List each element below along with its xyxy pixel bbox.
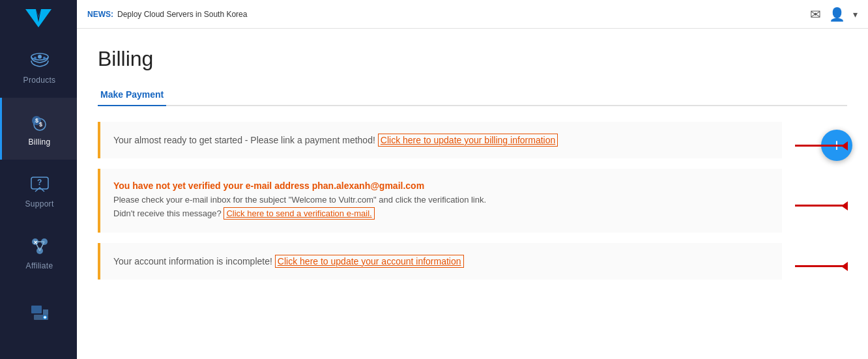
sidebar-item-affiliate-label: Affiliate — [26, 261, 53, 270]
support-icon: ? — [29, 173, 51, 195]
main-content: NEWS: Deploy Cloud Servers in South Kore… — [77, 0, 868, 359]
account-icon[interactable]: 👤 — [829, 7, 845, 22]
sidebar-item-support-label: Support — [25, 199, 53, 208]
account-alert-pre-text: Your account information is incomplete! — [113, 256, 272, 266]
payment-alert: Your almost ready to get started - Pleas… — [98, 122, 782, 158]
sidebar-item-billing-label: Billing — [28, 137, 50, 147]
sidebar-item-products[interactable]: Products — [0, 36, 77, 98]
topbar-news-text: Deploy Cloud Servers in South Korea — [117, 10, 810, 19]
chevron-down-icon[interactable]: ▾ — [853, 9, 858, 20]
payment-alert-pre-text: Your almost ready to get started - Pleas… — [113, 135, 375, 145]
svg-point-4 — [34, 57, 36, 59]
sidebar-item-bottom[interactable] — [0, 283, 77, 345]
sidebar-item-affiliate[interactable]: ✕ Affiliate — [0, 222, 77, 283]
svg-point-3 — [38, 55, 42, 59]
alerts-area: Your almost ready to get started - Pleas… — [98, 122, 847, 290]
payment-alert-content: Your almost ready to get started - Pleas… — [113, 134, 769, 147]
sidebar: Products $ $ Billing ? Support — [0, 0, 77, 359]
svg-text:✕: ✕ — [33, 240, 38, 246]
affiliate-icon: ✕ — [29, 235, 51, 257]
bottom-icon — [29, 302, 51, 324]
products-icon — [29, 50, 51, 72]
topbar-icons: ✉ 👤 ▾ — [810, 7, 858, 22]
email-alert-title: You have not yet verified your e-mail ad… — [113, 180, 769, 191]
tab-make-payment[interactable]: Make Payment — [98, 84, 166, 106]
email-alert-pre-link: Didn't receive this message? — [113, 208, 222, 218]
tabs-bar: Make Payment — [98, 84, 847, 106]
sidebar-item-support[interactable]: ? Support — [0, 160, 77, 222]
svg-text:$: $ — [35, 117, 38, 124]
payment-alert-link[interactable]: Click here to update your billing inform… — [378, 134, 558, 147]
payment-alert-row: Your almost ready to get started - Pleas… — [98, 122, 847, 169]
account-alert: Your account information is incomplete! … — [98, 243, 782, 280]
payment-alert-arrow — [795, 145, 847, 147]
account-alert-content: Your account information is incomplete! … — [113, 255, 769, 268]
arrow-line-1 — [795, 145, 847, 147]
mail-icon[interactable]: ✉ — [810, 7, 821, 22]
email-alert-row: You have not yet verified your e-mail ad… — [98, 169, 847, 243]
arrow-line-2 — [795, 205, 847, 207]
svg-text:$: $ — [39, 121, 42, 128]
email-alert-body-text: Please check your e-mail inbox for the s… — [113, 195, 486, 205]
arrow-line-3 — [795, 265, 847, 267]
account-alert-link[interactable]: Click here to update your account inform… — [275, 255, 464, 268]
sidebar-logo[interactable] — [0, 0, 77, 36]
topbar: NEWS: Deploy Cloud Servers in South Kore… — [77, 0, 868, 29]
billing-icon: $ $ — [29, 111, 51, 134]
account-alert-arrow — [795, 265, 847, 267]
sidebar-item-products-label: Products — [23, 76, 56, 85]
email-alert: You have not yet verified your e-mail ad… — [98, 169, 782, 233]
email-alert-body: Please check your e-mail inbox for the s… — [113, 194, 769, 221]
svg-rect-19 — [31, 306, 42, 313]
topbar-news-label: NEWS: — [87, 10, 113, 19]
svg-text:?: ? — [37, 178, 42, 187]
email-alert-link[interactable]: Click here to send a verification e-mail… — [224, 207, 374, 220]
account-alert-row: Your account information is incomplete! … — [98, 243, 847, 290]
sidebar-item-billing[interactable]: $ $ Billing — [0, 98, 77, 160]
content-area: Billing Make Payment + Your almost ready… — [77, 29, 868, 359]
page-title: Billing — [98, 47, 847, 71]
email-alert-arrow — [795, 205, 847, 207]
svg-point-5 — [43, 57, 46, 59]
